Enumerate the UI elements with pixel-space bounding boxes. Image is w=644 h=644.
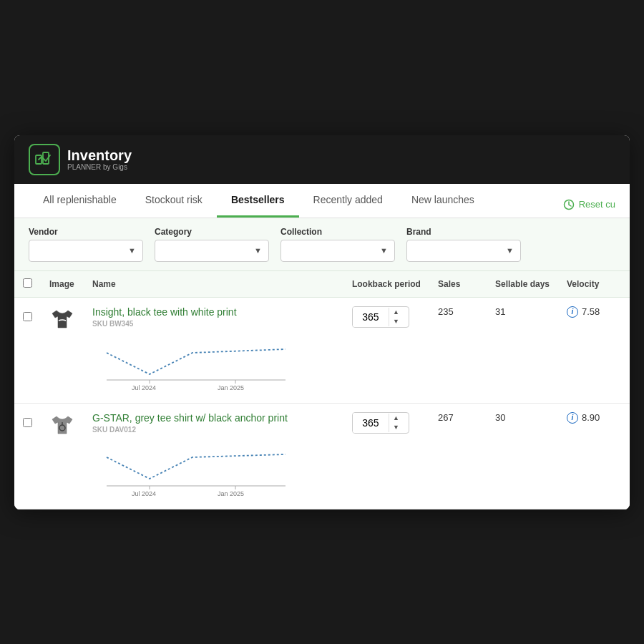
header-lookback: Lookback period (343, 271, 429, 298)
brand-select-wrapper: ▼ (406, 240, 521, 262)
row2-sku-value: DAV012 (109, 426, 136, 434)
row2-velocity-value: 8.90 (582, 412, 600, 423)
row2-lookback-input: ▲ ▼ (352, 412, 409, 434)
row1-velocity-value: 7.58 (582, 306, 600, 317)
row2-velocity-wrapper: i 8.90 (567, 412, 621, 424)
row2-name-cell: G-STAR, grey tee shirt w/ black anchor p… (84, 403, 343, 509)
header-velocity: Velocity (558, 271, 630, 298)
row2-lookback-arrows: ▲ ▼ (389, 414, 403, 432)
sku-label2: SKU (92, 426, 109, 434)
row1-checkbox[interactable] (23, 312, 32, 321)
header-image: Image (41, 271, 84, 298)
brand-sub: PLANNER by Gigs (67, 163, 132, 171)
table-header-row: Image Name Lookback period Sales Sellabl… (14, 271, 630, 298)
products-table-container: Image Name Lookback period Sales Sellabl… (14, 271, 630, 509)
tab-stockout[interactable]: Stockout risk (131, 184, 217, 218)
tab-all[interactable]: All replenishable (29, 184, 131, 218)
collection-label: Collection (280, 227, 395, 237)
header: Inventory PLANNER by Gigs (14, 135, 630, 184)
row2-checkbox[interactable] (23, 418, 32, 427)
category-filter-group: Category ▼ (155, 227, 269, 262)
select-all-checkbox[interactable] (23, 278, 32, 288)
table-row: Insight, black tee with white print SKU … (14, 297, 630, 403)
collection-filter-group: Collection ▼ (280, 227, 395, 262)
row1-velocity-cell: i 7.58 (558, 297, 630, 403)
row2-velocity-info-icon[interactable]: i (567, 412, 578, 424)
row1-product-sku: SKU BW345 (92, 319, 335, 328)
svg-text:Jan 2025: Jan 2025 (218, 384, 244, 391)
row2-velocity-cell: i 8.90 (558, 403, 630, 509)
row2-sellable-cell: 30 (487, 403, 558, 509)
collection-select-wrapper: ▼ (280, 240, 395, 262)
logo-icon (34, 150, 54, 170)
row1-lookback-value[interactable] (353, 307, 389, 327)
brand-name: Inventory (67, 147, 132, 163)
filters-bar: Vendor ▼ Category ▼ Collection (14, 218, 630, 271)
row1-lookback-arrows: ▲ ▼ (389, 308, 403, 326)
tab-bestsellers[interactable]: Bestsellers (217, 184, 299, 218)
sku-label: SKU (92, 320, 109, 328)
category-select[interactable] (155, 240, 269, 262)
vendor-select-wrapper: ▼ (29, 240, 143, 262)
header-sales: Sales (429, 271, 487, 298)
vendor-select[interactable] (29, 240, 143, 262)
brand-filter-label: Brand (406, 227, 521, 237)
row2-lookback-down[interactable]: ▼ (389, 423, 403, 432)
row1-lookback-cell: ▲ ▼ (343, 297, 429, 403)
tab-recently[interactable]: Recently added (299, 184, 397, 218)
table-row: G-STAR, grey tee shirt w/ black anchor p… (14, 403, 630, 509)
svg-text:Jul 2024: Jul 2024 (132, 384, 156, 391)
row1-lookback-down[interactable]: ▼ (389, 317, 403, 326)
row2-check (14, 403, 41, 509)
category-label: Category (155, 227, 269, 237)
row1-product-image (49, 306, 75, 332)
brand-select[interactable] (406, 240, 521, 262)
row2-mini-chart: Jul 2024 Jan 2025 (92, 441, 293, 498)
brand-name-block: Inventory PLANNER by Gigs (67, 147, 132, 171)
row2-product-name[interactable]: G-STAR, grey tee shirt w/ black anchor p… (92, 412, 335, 424)
collection-select[interactable] (280, 240, 395, 262)
row2-lookback-cell: ▲ ▼ (343, 403, 429, 509)
header-check (14, 271, 41, 298)
row1-sellable-cell: 31 (487, 297, 558, 403)
row2-image-cell (41, 403, 84, 509)
row1-lookback-input: ▲ ▼ (352, 306, 409, 328)
reset-button[interactable]: Reset cu (563, 192, 615, 218)
brand-filter-group: Brand ▼ (406, 227, 521, 262)
reset-icon (563, 199, 575, 210)
svg-text:Jul 2024: Jul 2024 (132, 490, 156, 497)
row2-product-sku: SKU DAV012 (92, 425, 335, 434)
row1-velocity-info-icon[interactable]: i (567, 306, 578, 318)
products-table: Image Name Lookback period Sales Sellabl… (14, 271, 630, 509)
svg-text:Jan 2025: Jan 2025 (218, 490, 244, 497)
header-sellable-days: Sellable days (487, 271, 558, 298)
tabs-bar: All replenishable Stockout risk Bestsell… (14, 184, 630, 218)
row2-sales-cell: 267 (429, 403, 487, 509)
row1-image-cell (41, 297, 84, 403)
row1-name-cell: Insight, black tee with white print SKU … (84, 297, 343, 403)
logo-box (29, 144, 60, 175)
row2-product-image (49, 412, 75, 438)
header-name: Name (84, 271, 343, 298)
row1-sku-value: BW345 (109, 320, 133, 328)
row1-lookback-up[interactable]: ▲ (389, 308, 403, 317)
vendor-label: Vendor (29, 227, 143, 237)
row2-lookback-up[interactable]: ▲ (389, 414, 403, 423)
row1-mini-chart: Jul 2024 Jan 2025 (92, 335, 293, 392)
row1-velocity-wrapper: i 7.58 (567, 306, 621, 318)
category-select-wrapper: ▼ (155, 240, 269, 262)
row1-product-name[interactable]: Insight, black tee with white print (92, 306, 335, 318)
tab-new-launches[interactable]: New launches (397, 184, 489, 218)
vendor-filter-group: Vendor ▼ (29, 227, 143, 262)
row2-lookback-value[interactable] (353, 413, 389, 433)
row1-check (14, 297, 41, 403)
app-window: Inventory PLANNER by Gigs All replenisha… (14, 135, 630, 509)
row1-sales-cell: 235 (429, 297, 487, 403)
